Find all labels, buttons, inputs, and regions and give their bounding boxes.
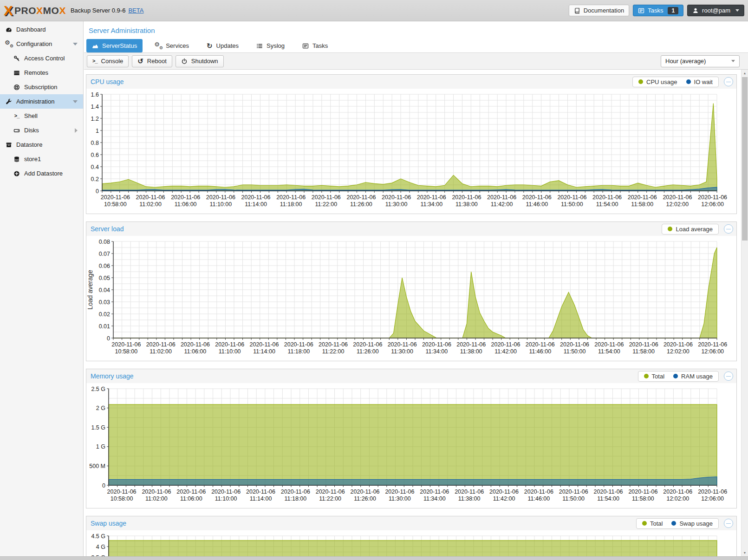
swap-usage-panel: Swap usageTotalSwap usage0500 M1 G1.5 G2… bbox=[86, 516, 737, 556]
svg-text:12:02:00: 12:02:00 bbox=[666, 495, 689, 502]
svg-text:11:54:00: 11:54:00 bbox=[597, 495, 619, 502]
svg-text:2020-11-06: 2020-11-06 bbox=[171, 194, 200, 201]
legend-item-total[interactable]: Total bbox=[642, 520, 663, 527]
tab-tasks[interactable]: Tasks bbox=[297, 39, 333, 52]
svg-text:2020-11-06: 2020-11-06 bbox=[698, 194, 727, 201]
scroll-up-arrow-icon[interactable]: ▲ bbox=[741, 70, 748, 77]
svg-text:11:30:00: 11:30:00 bbox=[389, 495, 411, 502]
scroll-down-arrow-icon[interactable]: ▼ bbox=[741, 549, 748, 556]
chevron-right-icon[interactable] bbox=[75, 128, 78, 133]
svg-text:2020-11-06: 2020-11-06 bbox=[215, 341, 244, 348]
user-menu-button[interactable]: root@pam bbox=[687, 5, 744, 16]
sidebar-item-label: Access Control bbox=[24, 55, 65, 62]
svg-text:11:02:00: 11:02:00 bbox=[150, 348, 172, 355]
terminal-icon: >_ bbox=[92, 59, 98, 64]
collapse-panel-icon[interactable] bbox=[724, 371, 733, 381]
sidebar-item-dashboard[interactable]: Dashboard bbox=[0, 22, 83, 37]
svg-text:2020-11-06: 2020-11-06 bbox=[526, 341, 555, 348]
svg-text:2020-11-06: 2020-11-06 bbox=[276, 194, 306, 201]
tab-services[interactable]: ⚙⚙Services bbox=[149, 39, 195, 52]
svg-text:2020-11-06: 2020-11-06 bbox=[417, 194, 446, 201]
documentation-button[interactable]: Documentation bbox=[569, 5, 629, 16]
svg-text:11:58:00: 11:58:00 bbox=[632, 495, 654, 502]
sidebar-item-add-datastore[interactable]: Add Datastore bbox=[0, 166, 83, 181]
sidebar-item-store1[interactable]: store1 bbox=[0, 152, 83, 166]
legend-item-io-wait[interactable]: IO wait bbox=[686, 78, 713, 85]
tab-updates[interactable]: ↻Updates bbox=[201, 39, 244, 52]
reboot-button[interactable]: ↺Reboot bbox=[132, 55, 172, 67]
sidebar-item-shell[interactable]: >_Shell bbox=[0, 109, 83, 123]
legend-dot-icon bbox=[668, 227, 672, 231]
sidebar-item-label: Administration bbox=[16, 98, 54, 105]
legend-item-ram-usage[interactable]: RAM usage bbox=[673, 373, 713, 380]
sidebar-item-label: Disks bbox=[24, 127, 39, 134]
sidebar-item-administration[interactable]: Administration bbox=[0, 94, 83, 109]
vertical-scrollbar[interactable]: ▲ ▼ bbox=[741, 70, 748, 556]
legend-item-load-average[interactable]: Load average bbox=[668, 226, 713, 233]
sidebar-item-subscription[interactable]: Subscription bbox=[0, 80, 83, 94]
legend-item-cpu-usage[interactable]: CPU usage bbox=[638, 78, 677, 85]
cpu-usage-chart-body: 00.20.40.60.811.21.41.62020-11-0610:58:0… bbox=[86, 89, 736, 214]
tasks-icon bbox=[302, 43, 309, 49]
tab-serverstatus[interactable]: ServerStatus bbox=[86, 39, 143, 52]
wordmark-part: X bbox=[36, 5, 43, 16]
sidebar-item-disks[interactable]: Disks bbox=[0, 123, 83, 137]
book-icon bbox=[574, 7, 580, 14]
svg-text:12:06:00: 12:06:00 bbox=[701, 495, 724, 502]
collapse-panel-icon[interactable] bbox=[724, 224, 733, 234]
svg-text:11:50:00: 11:50:00 bbox=[561, 201, 583, 208]
main-content: Server Administration ServerStatus⚙⚙Serv… bbox=[84, 21, 748, 556]
svg-text:11:50:00: 11:50:00 bbox=[562, 495, 585, 502]
sidebar-item-label: Subscription bbox=[24, 84, 58, 91]
svg-text:2020-11-06: 2020-11-06 bbox=[560, 341, 589, 348]
svg-text:2020-11-06: 2020-11-06 bbox=[663, 341, 693, 348]
memory-usage-chart-body: 0500 M1 G1.5 G2 G2.5 G2020-11-0610:58:00… bbox=[86, 383, 736, 508]
legend-label: CPU usage bbox=[646, 78, 677, 85]
svg-text:2020-11-06: 2020-11-06 bbox=[422, 341, 451, 348]
chevron-down-icon[interactable] bbox=[73, 43, 78, 46]
memory-usage-panel: Memory usageTotalRAM usage0500 M1 G1.5 G… bbox=[86, 369, 737, 508]
user-icon bbox=[692, 7, 699, 14]
scrollbar-thumb[interactable] bbox=[742, 77, 748, 241]
svg-text:11:22:00: 11:22:00 bbox=[315, 201, 337, 208]
svg-text:2020-11-06: 2020-11-06 bbox=[559, 488, 588, 495]
legend-item-swap-usage[interactable]: Swap usage bbox=[671, 520, 713, 527]
documentation-button-label: Documentation bbox=[584, 7, 624, 14]
tab-label: Tasks bbox=[312, 42, 328, 49]
svg-text:2020-11-06: 2020-11-06 bbox=[452, 194, 481, 201]
sidebar-item-label: Add Datastore bbox=[24, 170, 63, 177]
sidebar-item-access-control[interactable]: Access Control bbox=[0, 51, 83, 65]
console-button[interactable]: >_Console bbox=[87, 55, 129, 67]
sidebar-item-remotes[interactable]: Remotes bbox=[0, 65, 83, 80]
svg-text:11:18:00: 11:18:00 bbox=[287, 348, 310, 355]
top-header-bar: X PROXMOX Backup Server 0.9-6 BETA Docum… bbox=[0, 0, 748, 21]
button-label: Reboot bbox=[147, 58, 167, 65]
collapse-panel-icon[interactable] bbox=[724, 519, 733, 528]
beta-link[interactable]: BETA bbox=[128, 7, 143, 14]
topbar-actions: Documentation Tasks 1 root@pam bbox=[569, 5, 744, 16]
svg-text:11:34:00: 11:34:00 bbox=[426, 348, 448, 355]
svg-text:11:34:00: 11:34:00 bbox=[420, 201, 442, 208]
svg-text:0.4: 0.4 bbox=[91, 164, 99, 170]
tab-label: ServerStatus bbox=[102, 42, 137, 49]
sidebar-item-configuration[interactable]: ⚙⚙Configuration bbox=[0, 37, 83, 51]
sidebar-item-label: store1 bbox=[24, 156, 41, 163]
chevron-down-icon[interactable] bbox=[73, 100, 78, 103]
svg-text:11:58:00: 11:58:00 bbox=[632, 348, 655, 355]
svg-text:2020-11-06: 2020-11-06 bbox=[594, 488, 623, 495]
shutdown-button[interactable]: Shutdown bbox=[176, 55, 224, 67]
svg-text:10:58:00: 10:58:00 bbox=[115, 348, 138, 355]
svg-text:1.5 G: 1.5 G bbox=[91, 424, 105, 431]
database-icon bbox=[13, 156, 21, 163]
tab-syslog[interactable]: Syslog bbox=[251, 39, 290, 52]
svg-text:2020-11-06: 2020-11-06 bbox=[628, 194, 657, 201]
cpu-usage-panel: CPU usageCPU usageIO wait00.20.40.60.811… bbox=[86, 74, 737, 214]
legend-item-total[interactable]: Total bbox=[644, 373, 664, 380]
tasks-button[interactable]: Tasks 1 bbox=[633, 5, 683, 16]
collapse-panel-icon[interactable] bbox=[724, 77, 733, 86]
svg-text:2020-11-06: 2020-11-06 bbox=[249, 341, 279, 348]
sidebar-item-datastore[interactable]: Datastore bbox=[0, 137, 83, 152]
svg-text:0.2: 0.2 bbox=[91, 176, 99, 182]
svg-text:2020-11-06: 2020-11-06 bbox=[181, 341, 210, 348]
timeframe-select[interactable]: Hour (average) bbox=[661, 55, 740, 67]
